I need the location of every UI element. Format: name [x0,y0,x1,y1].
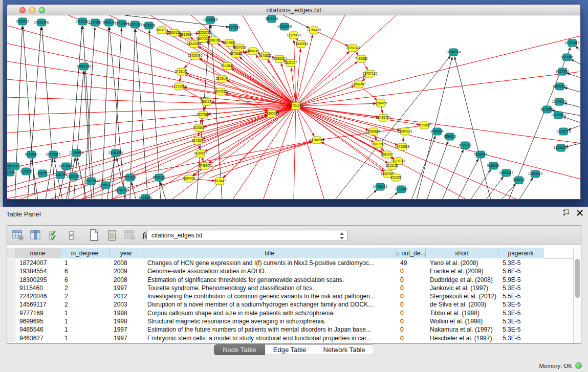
column-header-name[interactable]: name [15,248,60,258]
cell-title[interactable]: Estimation of significance thresholds fo… [143,276,396,284]
cell-title[interactable]: Corpus callosum shape and size in male p… [143,309,396,317]
cell-pagerank[interactable]: 5.3E-5 [498,334,543,342]
table-row[interactable]: 969969511998Structural magnetic resonanc… [7,317,581,325]
column-header-in_degree[interactable]: in_degree [60,248,110,258]
select-all-icon[interactable] [47,229,61,242]
memory-ok-icon[interactable] [575,362,582,369]
cell-year[interactable]: 1998 [110,317,143,325]
tab-network-table[interactable]: Network Table [315,344,374,355]
cell-name[interactable]: 9115460 [15,284,60,292]
column-header-out_de[interactable]: △out_de... [396,248,426,258]
table-row[interactable]: 911546021997Tourette syndrome. Phenomeno… [7,284,581,292]
table-row[interactable]: 1938455462009Genome-wide association stu… [7,267,581,275]
cell-year[interactable]: 1997 [110,284,143,292]
cell-short[interactable]: Franke et al. (2009) [426,267,498,275]
cell-name[interactable]: 9777169 [15,309,60,317]
cell-short[interactable]: Yano et al. (2008) [426,259,498,267]
cell-in_degree[interactable]: 1 [60,317,110,325]
table-row[interactable]: 977716911998Corpus callosum shape and si… [7,309,581,317]
table-row[interactable]: 2242004622012Investigating the contribut… [7,292,581,300]
cell-out_de[interactable]: 49 [396,259,426,267]
cell-pagerank[interactable]: 5.3E-5 [498,325,543,334]
cell-short[interactable]: Jankovic et al. (1997) [426,284,498,292]
cell-out_de[interactable]: 0 [396,325,426,334]
cell-short[interactable]: Hescheler et al. (1997) [426,334,498,342]
cell-year[interactable]: 1998 [110,309,143,317]
cell-out_de[interactable]: 0 [396,309,426,317]
cell-name[interactable]: 18300295 [15,276,60,284]
cell-name[interactable]: 9699695 [15,317,60,325]
cell-in_degree[interactable]: 1 [60,309,110,317]
cell-title[interactable]: Embryonic stem cells: a model to study s… [143,334,396,342]
cell-pagerank[interactable]: 5.3E-5 [498,259,543,267]
cell-short[interactable]: Tibbo et al. (1998) [426,309,498,317]
cell-out_de[interactable]: 0 [396,334,426,342]
cell-title[interactable]: Investigating the contribution of common… [143,292,396,300]
window-titlebar[interactable]: citations_edges.txt [7,5,580,15]
table-row[interactable]: 946554611997Estimation of the future num… [7,325,581,334]
column-header-short[interactable]: short [426,248,498,258]
column-header-title[interactable]: title [143,248,396,258]
cell-name[interactable]: 22420046 [15,292,60,300]
close-panel-icon[interactable] [577,210,583,216]
cell-year[interactable]: 1997 [110,334,143,342]
cell-pagerank[interactable]: 5.9E-5 [498,276,543,284]
cell-in_degree[interactable]: 1 [60,325,110,334]
cell-pagerank[interactable]: 5.5E-5 [498,292,543,300]
tab-node-table[interactable]: Node Table [214,344,265,355]
cell-name[interactable]: 9463627 [15,334,60,342]
cell-out_de[interactable]: 0 [396,300,426,309]
cell-out_de[interactable]: 0 [396,267,426,275]
column-header-year[interactable]: year [110,248,143,258]
cell-title[interactable]: Disruption of a novel member of a sodium… [143,300,396,309]
cell-in_degree[interactable]: 1 [60,334,110,342]
cell-short[interactable]: Nakamura et al. (1997) [426,325,498,334]
float-panel-icon[interactable] [562,209,570,216]
cell-pagerank[interactable]: 5.3E-5 [498,309,543,317]
network-graph-canvas[interactable]: 1872400779638228860128891293423226058982… [7,15,581,200]
rows-icon[interactable] [64,229,79,242]
cell-name[interactable]: 18724007 [15,259,60,267]
cell-year[interactable]: 1997 [110,325,143,334]
cell-in_degree[interactable]: 2 [60,284,110,292]
show-columns-icon[interactable] [29,229,43,242]
column-header-pagerank[interactable]: pagerank [498,248,543,258]
cell-in_degree[interactable]: 2 [60,300,110,309]
cell-short[interactable]: Wolkin et al. (1998) [426,317,498,325]
cell-pagerank[interactable]: 5.3E-5 [498,317,543,325]
cell-year[interactable]: 2008 [110,276,143,284]
cell-year[interactable]: 2003 [110,300,143,309]
cell-pagerank[interactable]: 5.6E-5 [498,267,543,275]
delete-table-icon[interactable] [105,229,119,242]
cell-in_degree[interactable]: 6 [60,276,110,284]
cell-in_degree[interactable]: 1 [60,259,110,267]
scrollbar-thumb[interactable] [575,259,580,298]
cell-pagerank[interactable]: 5.3E-5 [498,300,543,309]
table-settings-icon[interactable] [11,229,25,242]
cell-out_de[interactable]: 0 [396,292,426,300]
cell-title[interactable]: Structural magnetic resonance image aver… [143,317,396,325]
cell-short[interactable]: Stergiakouli et al. (2012) [426,292,498,300]
table-row[interactable]: 1872400712008Changes of HCN gene express… [7,259,581,267]
cell-title[interactable]: Estimation of the future numbers of pati… [143,325,396,334]
cell-out_de[interactable]: 0 [396,317,426,325]
cell-short[interactable]: de Silva et al. (2003) [426,300,498,309]
new-table-icon[interactable] [87,229,101,242]
cell-year[interactable]: 2012 [110,292,143,300]
cell-short[interactable]: Dudbridge et al. (2008) [426,276,498,284]
table-source-dropdown[interactable]: citations_edges.txt [146,230,347,241]
cell-title[interactable]: Tourette syndrome. Phenomenology and cla… [143,284,396,292]
table-row[interactable]: 1456911722003Disruption of a novel membe… [7,300,581,309]
cell-year[interactable]: 2008 [110,259,143,267]
cell-title[interactable]: Changes of HCN gene expression and I(f) … [143,259,396,267]
cell-pagerank[interactable]: 5.3E-5 [498,284,543,292]
cell-name[interactable]: 9465546 [15,325,60,334]
cell-out_de[interactable]: 0 [396,276,426,284]
cell-in_degree[interactable]: 2 [60,292,110,300]
cell-year[interactable]: 2009 [110,267,143,275]
cell-title[interactable]: Genome-wide association studies in ADHD. [143,267,396,275]
tab-edge-table[interactable]: Edge Table [265,344,315,355]
cell-in_degree[interactable]: 6 [60,267,110,275]
cell-out_de[interactable]: 0 [396,284,426,292]
table-row[interactable]: 946362711997Embryonic stem cells: a mode… [7,334,581,342]
